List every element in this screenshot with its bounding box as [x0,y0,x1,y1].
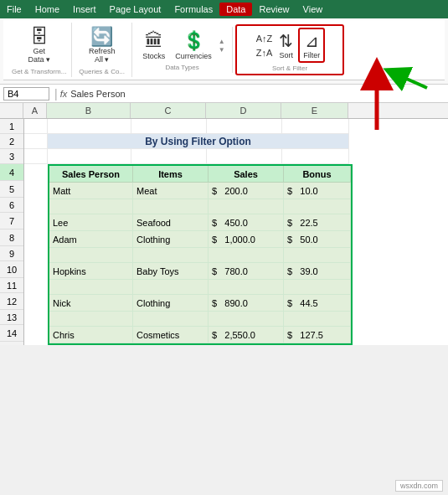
row-2: By Using Filter Option [24,134,448,149]
menu-data[interactable]: Data [219,3,252,16]
row-header-11: 11 [0,278,23,293]
get-data-icon: 🗄 [30,26,49,48]
stocks-button[interactable]: 🏛 Stocks [139,28,168,62]
cell-d3[interactable] [207,149,282,164]
cell-c1[interactable] [131,119,207,134]
cell-b13[interactable] [49,312,133,327]
menu-home[interactable]: Home [28,3,66,16]
sort-az-button[interactable]: A↑Z [255,32,275,45]
cell-e8[interactable]: $ 50.0 [284,231,351,248]
cell-c8[interactable]: Clothing [133,231,209,248]
row-header-7: 7 [0,213,23,229]
cell-e1[interactable] [282,119,349,134]
cell-e3[interactable] [282,149,349,164]
row-12: Nick Clothing $ 890.0 $ 44.5 [49,295,351,312]
cell-b4[interactable]: Sales Person [49,166,133,183]
cell-c11[interactable] [133,280,209,295]
cell-b2-title[interactable]: By Using Filter Option [48,134,349,149]
row-7: Lee Seafood $ 450.0 $ 22.5 [49,214,351,231]
formula-bar: | fx Sales Person [0,85,448,103]
col-header-a: A [23,103,47,118]
menu-formulas[interactable]: Formulas [167,3,219,16]
refresh-all-button[interactable]: 🔄 RefreshAll ▾ [85,24,119,66]
menu-pagelayout[interactable]: Page Layout [103,3,168,16]
cell-a2[interactable] [24,134,48,149]
sort-icon: ⇅ [279,31,293,51]
cell-a1[interactable] [24,119,48,134]
menu-file[interactable]: File [0,3,28,16]
cell-e4[interactable]: Bonus [284,166,351,183]
cell-c14[interactable]: Cosmetics [133,327,209,343]
row-8: Adam Clothing $ 1,000.0 $ 50.0 [49,231,351,248]
cell-d9[interactable] [209,248,284,263]
sort-button[interactable]: ⇅ Sort [275,29,296,61]
cell-b6[interactable] [49,199,133,214]
cell-c3[interactable] [131,149,207,164]
row-14: Chris Cosmetics $ 2,550.0 $ 127.5 [49,327,351,343]
cell-e7[interactable]: $ 22.5 [284,214,351,231]
cell-b3[interactable] [48,149,131,164]
row-header-13: 13 [0,310,23,325]
cell-e13[interactable] [284,312,351,327]
cell-b12[interactable]: Nick [49,295,133,312]
cell-d7[interactable]: $ 450.0 [209,214,284,231]
cell-e5[interactable]: $ 10.0 [284,183,351,199]
cell-c9[interactable] [133,248,209,263]
cell-c5[interactable]: Meat [133,183,209,199]
queries-label: Queries & Co... [79,68,125,75]
cell-e14[interactable]: $ 127.5 [284,327,351,343]
menu-insert[interactable]: Insert [66,3,103,16]
cell-e9[interactable] [284,248,351,263]
cell-b9[interactable] [49,248,133,263]
cell-b8[interactable]: Adam [49,231,133,248]
row-header-2: 2 [0,134,23,149]
cell-c12[interactable]: Clothing [133,295,209,312]
cell-c7[interactable]: Seafood [133,214,209,231]
menu-review[interactable]: Review [252,3,296,16]
cell-e10[interactable]: $ 39.0 [284,263,351,280]
cell-c13[interactable] [133,312,209,327]
cell-d8[interactable]: $ 1,000.0 [209,231,284,248]
row-13 [49,312,351,327]
cell-d12[interactable]: $ 890.0 [209,295,284,312]
formula-value: Sales Person [70,89,125,99]
cell-e6[interactable] [284,199,351,214]
spreadsheet: A B C D E 1 2 3 4 5 6 7 8 9 10 11 12 [0,103,448,345]
cell-c6[interactable] [133,199,209,214]
row-header-8: 8 [0,229,23,246]
cell-c4[interactable]: Items [133,166,209,183]
cell-b10[interactable]: Hopkins [49,263,133,280]
col-header-f [348,103,382,118]
cells-area: By Using Filter Option Sales Person Item… [24,119,448,345]
cell-d5[interactable]: $ 200.0 [209,183,284,199]
cell-d6[interactable] [209,199,284,214]
cell-d14[interactable]: $ 2,550.0 [209,327,284,343]
col-header-d: D [206,103,281,118]
cell-b14[interactable]: Chris [49,327,133,343]
get-transform-label: Get & Transform... [12,68,66,75]
cell-d1[interactable] [207,119,282,134]
cell-e11[interactable] [284,280,351,295]
cell-e12[interactable]: $ 44.5 [284,295,351,312]
menu-view[interactable]: View [296,3,330,16]
sort-label: Sort [280,51,294,59]
filter-button[interactable]: ⊿ Filter [298,28,325,63]
cell-d10[interactable]: $ 780.0 [209,263,284,280]
cell-d11[interactable] [209,280,284,295]
currencies-button[interactable]: 💲 Currencies [172,28,215,62]
name-box[interactable] [3,87,49,101]
get-data-button[interactable]: 🗄 GetData ▾ [24,24,54,66]
cell-b1[interactable] [48,119,131,134]
corner-cell [0,103,23,118]
cell-d13[interactable] [209,312,284,327]
cell-b7[interactable]: Lee [49,214,133,231]
cell-d4[interactable]: Sales [209,166,284,183]
get-transform-group: 🗄 GetData ▾ Get & Transform... [7,23,72,77]
cell-a3[interactable] [24,149,48,164]
cell-b11[interactable] [49,280,133,295]
cell-b5[interactable]: Matt [49,183,133,199]
cell-c10[interactable]: Baby Toys [133,263,209,280]
currencies-icon: 💲 [183,30,205,52]
row-header-14: 14 [0,325,23,342]
sort-za-button[interactable]: Z↑A [255,46,275,59]
